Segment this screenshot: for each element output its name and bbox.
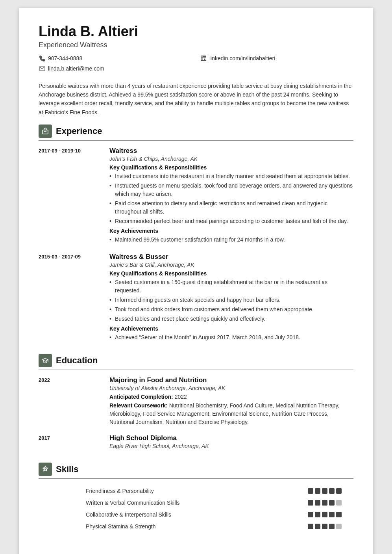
skills-table: Friendliness & PersonabilityWritten & Ve… — [39, 485, 353, 532]
anticipated-completion: Anticipated Completion: 2022 — [109, 394, 353, 400]
list-item: Achieved “Server of the Month” in August… — [109, 333, 353, 342]
qualifications-list: Seated customers in a 150-guest dining e… — [109, 278, 353, 323]
skill-rating — [273, 521, 353, 532]
skill-row: Friendliness & Personability — [39, 485, 353, 497]
list-item: Maintained 99.5% customer satisfaction r… — [109, 236, 353, 244]
entry-date: 2017-09 - 2019-10 — [39, 147, 102, 245]
list-item: Recommended perfect beer and meal pairin… — [109, 217, 353, 225]
school-name: Eagle River High School, Anchorage, AK — [109, 443, 353, 449]
skill-dots — [277, 500, 342, 506]
phone-row: 907-344-0888 — [39, 55, 192, 62]
svg-rect-1 — [202, 58, 203, 60]
skill-name: Physical Stamina & Strength — [39, 521, 273, 532]
dot-filled — [322, 512, 327, 517]
experience-entry: 2015-03 - 2017-09Waitress & BusserJamie'… — [39, 253, 353, 343]
list-item: Paid close attention to dietary and alle… — [109, 199, 353, 216]
school-name: University of Alaska Anchorage, Anchorag… — [109, 385, 353, 391]
skill-dots — [277, 488, 342, 494]
resume-document: Linda B. Altieri Experienced Waitress 90… — [19, 8, 373, 554]
skill-rating — [273, 497, 353, 509]
education-entries: 2022Majoring in Food and NutritionUniver… — [39, 376, 353, 452]
dot-filled — [315, 524, 320, 529]
skill-name: Collaborative & Interpersonal Skills — [39, 509, 273, 521]
dot-filled — [322, 488, 327, 494]
edu-year: 2017 — [39, 434, 102, 452]
dot-filled — [308, 524, 313, 529]
summary-text: Personable waitress with more than 4 yea… — [39, 82, 353, 117]
degree-title: High School Diploma — [109, 434, 353, 442]
skills-icon — [39, 463, 52, 476]
svg-rect-4 — [43, 130, 48, 134]
skill-rating — [273, 509, 353, 521]
experience-entry: 2017-09 - 2019-10WaitressJohn's Fish & C… — [39, 147, 353, 245]
dot-filled — [315, 512, 320, 517]
skill-name: Written & Verbal Communication Skills — [39, 497, 273, 509]
list-item: Took food and drink orders from customer… — [109, 305, 353, 314]
dot-filled — [308, 512, 313, 517]
email-row: linda.b.altieri@me.com — [39, 65, 192, 72]
skill-dots — [277, 512, 342, 517]
education-section: Education 2022Majoring in Food and Nutri… — [39, 354, 353, 452]
candidate-name: Linda B. Altieri — [39, 24, 353, 39]
dot-empty — [336, 524, 342, 529]
dot-filled — [322, 524, 327, 529]
dot-filled — [308, 500, 313, 506]
skill-row: Written & Verbal Communication Skills — [39, 497, 353, 509]
job-title: Waitress & Busser — [109, 253, 353, 261]
skill-name: Friendliness & Personability — [39, 485, 273, 497]
skill-row: Physical Stamina & Strength — [39, 521, 353, 532]
entry-content: Waitress & BusserJamie's Bar & Grill, An… — [109, 253, 353, 343]
dot-filled — [336, 512, 342, 517]
email-address: linda.b.altieri@me.com — [48, 65, 104, 72]
dot-filled — [329, 524, 335, 529]
education-icon — [39, 354, 52, 367]
dot-filled — [315, 488, 320, 494]
relevant-coursework: Relevant Coursework: Nutritional Biochem… — [109, 402, 353, 426]
dot-filled — [336, 488, 342, 494]
company-name: John's Fish & Chips, Anchorage, AK — [109, 156, 353, 162]
experience-entries: 2017-09 - 2019-10WaitressJohn's Fish & C… — [39, 147, 353, 343]
entry-date: 2015-03 - 2017-09 — [39, 253, 102, 343]
list-item: Informed dining guests on steak specials… — [109, 296, 353, 304]
dot-filled — [329, 500, 335, 506]
svg-point-2 — [202, 56, 203, 57]
education-entry: 2022Majoring in Food and NutritionUniver… — [39, 376, 353, 426]
qualifications-heading: Key Qualifications & Responsibilities — [109, 164, 353, 171]
dot-filled — [322, 500, 327, 506]
education-header: Education — [39, 354, 353, 370]
education-title: Education — [56, 355, 98, 366]
degree-title: Majoring in Food and Nutrition — [109, 376, 353, 384]
dot-filled — [329, 488, 335, 494]
linkedin-icon — [200, 55, 207, 62]
phone-number: 907-344-0888 — [48, 55, 82, 61]
dot-filled — [329, 512, 335, 517]
achievements-heading: Key Achievements — [109, 325, 353, 332]
list-item: Bussed tables and reset place settings q… — [109, 315, 353, 323]
skill-rating — [273, 485, 353, 497]
company-name: Jamie's Bar & Grill, Anchorage, AK — [109, 262, 353, 268]
experience-section: Experience 2017-09 - 2019-10WaitressJohn… — [39, 125, 353, 343]
phone-icon — [39, 55, 46, 62]
candidate-title: Experienced Waitress — [39, 41, 353, 49]
dot-filled — [308, 488, 313, 494]
list-item: Seated customers in a 150-guest dining e… — [109, 278, 353, 295]
achievements-list: Maintained 99.5% customer satisfaction r… — [109, 236, 353, 244]
achievements-heading: Key Achievements — [109, 228, 353, 234]
education-entry: 2017High School DiplomaEagle River High … — [39, 434, 353, 452]
svg-point-7 — [44, 468, 46, 470]
qualifications-heading: Key Qualifications & Responsibilities — [109, 270, 353, 277]
email-icon — [39, 65, 46, 72]
job-title: Waitress — [109, 147, 353, 155]
skills-title: Skills — [56, 464, 78, 474]
skill-dots — [277, 524, 342, 529]
experience-title: Experience — [56, 126, 102, 136]
qualifications-list: Invited customers into the restaurant in… — [109, 172, 353, 225]
skills-header: Skills — [39, 463, 353, 479]
experience-header: Experience — [39, 125, 353, 141]
list-item: Invited customers into the restaurant in… — [109, 172, 353, 180]
linkedin-url: linkedin.com/in/lindabaltieri — [209, 55, 275, 61]
edu-content: High School DiplomaEagle River High Scho… — [109, 434, 353, 452]
linkedin-row: linkedin.com/in/lindabaltieri — [200, 55, 353, 62]
contact-info: 907-344-0888 linkedin.com/in/lindabaltie… — [39, 55, 353, 74]
entry-content: WaitressJohn's Fish & Chips, Anchorage, … — [109, 147, 353, 245]
